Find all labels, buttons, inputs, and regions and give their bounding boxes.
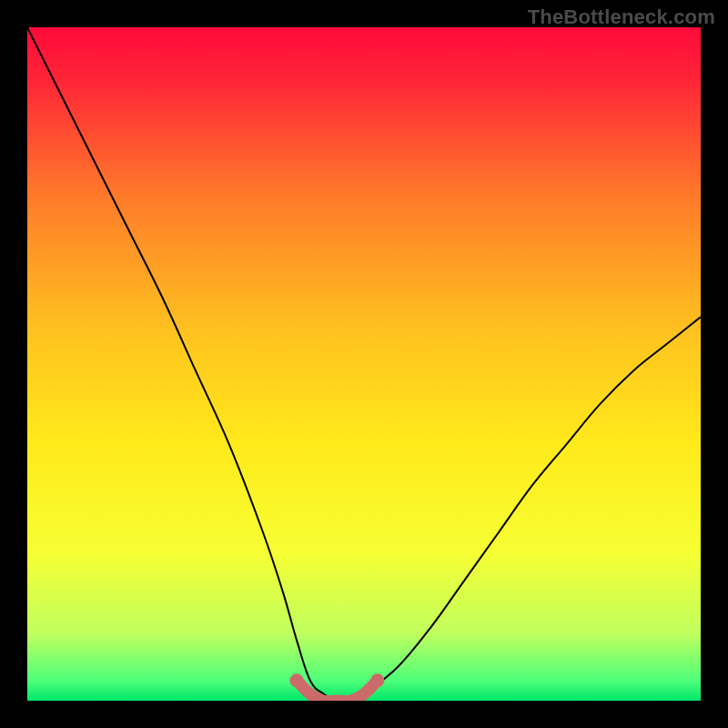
- gradient-background: [27, 27, 701, 701]
- svg-point-2: [370, 673, 384, 687]
- svg-point-1: [290, 673, 304, 687]
- chart-stage: TheBottleneck.com: [0, 0, 728, 728]
- bottleneck-chart: [0, 0, 728, 728]
